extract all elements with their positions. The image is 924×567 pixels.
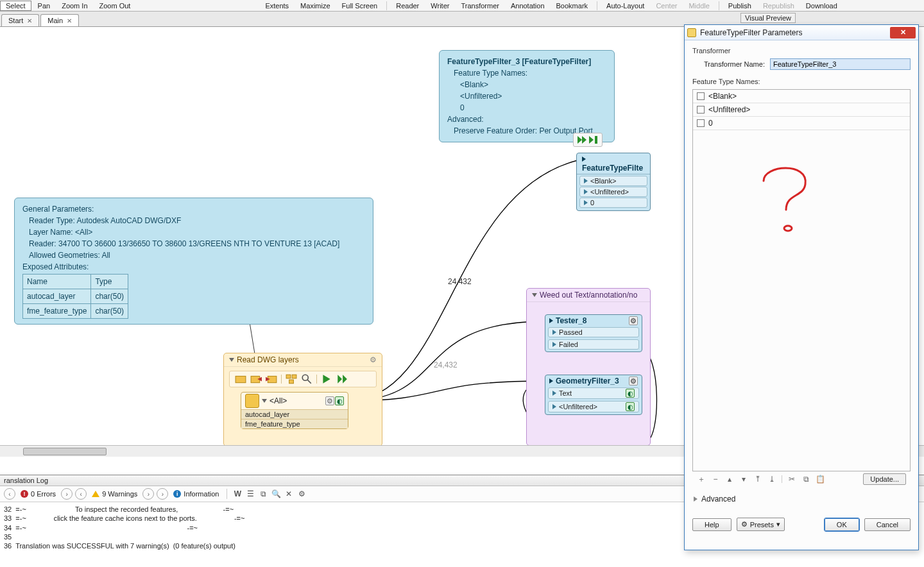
update-button[interactable]: Update... <box>863 473 906 485</box>
toolbar-publish[interactable]: Publish <box>723 1 757 10</box>
copy-icon[interactable]: ⧉ <box>801 475 810 484</box>
cut-icon[interactable]: ✂ <box>787 475 796 484</box>
svg-rect-11 <box>289 380 294 384</box>
log-next-info-icon[interactable]: › <box>157 488 168 500</box>
svg-rect-9 <box>286 375 291 378</box>
toolbar-extents[interactable]: Extents <box>260 1 294 10</box>
output-port-passed[interactable]: Passed <box>548 327 639 337</box>
node-gear-icon[interactable]: ⚙ <box>629 377 638 385</box>
move-down-icon[interactable]: ▾ <box>739 475 748 484</box>
tester-node[interactable]: Tester_8⚙ Passed Failed <box>545 314 642 352</box>
node-inspect-icon[interactable]: ◐ <box>335 396 344 405</box>
tab-close-icon[interactable]: ✕ <box>67 17 72 24</box>
folder-icon[interactable] <box>235 374 246 384</box>
featuretypefilter-node[interactable]: FeatureTypeFilte <Blank> <Unfiltered> 0 <box>576 153 651 211</box>
scrollbar-thumb[interactable] <box>23 448 107 455</box>
dialog-titlebar[interactable]: FeatureTypeFilter Parameters ✕ <box>685 25 918 40</box>
type-row[interactable]: <Unfiltered> <box>693 103 910 117</box>
run-from-here-icon[interactable] <box>576 135 586 145</box>
toolbar-writer[interactable]: Writer <box>425 1 454 10</box>
run-play-icon[interactable] <box>321 374 332 384</box>
dialog-close-button[interactable]: ✕ <box>890 27 916 38</box>
tab-main[interactable]: Main✕ <box>40 14 79 26</box>
paste-icon[interactable]: 📋 <box>816 475 825 484</box>
log-prev-warning-icon[interactable]: ‹ <box>75 488 87 500</box>
toolbar-download[interactable]: Download <box>801 1 843 10</box>
word-wrap-icon[interactable]: W <box>232 489 243 499</box>
errors-count[interactable]: !0 Errors <box>18 489 58 498</box>
presets-button[interactable]: ⚙Presets▾ <box>737 518 785 531</box>
toolbar-annotation[interactable]: Annotation <box>506 1 550 10</box>
toolbar-pan[interactable]: Pan <box>33 1 56 10</box>
run-stepped-icon[interactable] <box>336 374 348 384</box>
output-port-unfiltered[interactable]: <Unfiltered>◐ <box>548 401 639 412</box>
toolbar-select[interactable]: Select <box>0 1 31 11</box>
move-top-icon[interactable]: ⤒ <box>753 475 762 484</box>
output-port-text[interactable]: Text◐ <box>548 387 639 399</box>
help-button[interactable]: Help <box>692 518 732 531</box>
checkbox[interactable] <box>697 106 705 114</box>
expand-icon <box>549 378 553 384</box>
toolbar-transformer[interactable]: Transformer <box>456 1 504 10</box>
tab-close-icon[interactable]: ✕ <box>27 17 32 24</box>
node-inspect-icon[interactable]: ◐ <box>626 389 635 398</box>
reader-feature-type-node[interactable]: <All> ⚙◐ autocad_layer fme_feature_type <box>241 392 348 429</box>
log-next-error-icon[interactable]: › <box>61 488 73 500</box>
output-port-0[interactable]: 0 <box>579 198 647 208</box>
toolbar-auto-layout[interactable]: Auto-Layout <box>601 1 649 10</box>
tooltip-section-label: General Parameters: <box>22 203 365 215</box>
toolbar-zoom-in[interactable]: Zoom In <box>56 1 92 10</box>
info-toggle[interactable]: iInformation <box>171 489 221 498</box>
move-up-icon[interactable]: ▴ <box>725 475 734 484</box>
ok-button[interactable]: OK <box>825 518 859 531</box>
output-port-failed[interactable]: Failed <box>548 339 639 350</box>
dropdown-caret-icon: ▾ <box>776 520 780 529</box>
warnings-count[interactable]: 9 Warnings <box>89 489 140 498</box>
type-row[interactable]: 0 <box>693 117 910 130</box>
output-port-unfiltered[interactable]: <Unfiltered> <box>579 187 647 197</box>
feature-type-list[interactable]: <Blank> <Unfiltered> 0 ＋ − ▴ ▾ ⤒ ⤓ ✂ ⧉ 📋 <box>692 89 911 471</box>
clear-icon[interactable]: ✕ <box>284 489 294 499</box>
node-gear-icon[interactable]: ⚙ <box>629 316 638 325</box>
advanced-section-toggle[interactable]: Advanced <box>692 489 911 509</box>
log-prev-error-icon[interactable]: ‹ <box>4 488 15 500</box>
log-settings-icon[interactable]: ⚙ <box>296 489 307 499</box>
search-icon[interactable] <box>301 374 312 384</box>
reader-icon <box>245 394 259 408</box>
tab-start[interactable]: Start✕ <box>1 14 39 26</box>
bookmark-gear-icon[interactable]: ⚙ <box>370 355 377 364</box>
log-next-warning-icon[interactable]: › <box>142 488 154 500</box>
list-view-icon[interactable]: ☰ <box>245 489 255 499</box>
output-port-blank[interactable]: <Blank> <box>579 176 647 186</box>
bookmark-read-dwg-layers[interactable]: Read DWG layers⚙ <All> ⚙◐ autocad_layer … <box>223 353 382 446</box>
presets-label: Presets <box>750 521 774 529</box>
geometryfilter-node[interactable]: GeometryFilter_3⚙ Text◐ <Unfiltered>◐ <box>545 375 642 415</box>
copy-icon[interactable]: ⧉ <box>258 489 268 499</box>
node-inspect-icon[interactable]: ◐ <box>626 402 635 411</box>
checkbox[interactable] <box>697 119 705 127</box>
run-to-here-icon[interactable] <box>589 135 599 145</box>
toolbar-bookmark[interactable]: Bookmark <box>551 1 594 10</box>
stack-icon[interactable] <box>286 374 297 384</box>
folder-in-icon[interactable] <box>250 374 262 384</box>
transformer-name-input[interactable] <box>770 58 911 70</box>
bookmark-weed-out[interactable]: Weed out Text/annotation/no Tester_8⚙ Pa… <box>526 288 651 446</box>
port-triangle-icon <box>584 200 588 205</box>
expand-icon[interactable] <box>262 399 267 403</box>
add-row-icon[interactable]: ＋ <box>697 475 706 484</box>
toolbar-full-screen[interactable]: Full Screen <box>337 1 383 10</box>
folder-out-icon[interactable] <box>266 374 277 384</box>
toolbar-maximize[interactable]: Maximize <box>295 1 335 10</box>
toolbar-reader[interactable]: Reader <box>391 1 424 10</box>
remove-row-icon[interactable]: − <box>711 475 720 484</box>
type-row[interactable]: <Blank> <box>693 90 910 103</box>
bookmark-collapse-icon[interactable] <box>532 293 537 297</box>
cancel-button[interactable]: Cancel <box>864 518 911 531</box>
node-gear-icon[interactable]: ⚙ <box>325 396 334 405</box>
move-bottom-icon[interactable]: ⤓ <box>767 475 776 484</box>
bookmark-collapse-icon[interactable] <box>229 358 234 362</box>
log-search-icon[interactable]: 🔍 <box>271 489 281 499</box>
toolbar-zoom-out[interactable]: Zoom Out <box>94 1 136 10</box>
visual-preview-tab[interactable]: Visual Preview <box>740 13 796 23</box>
checkbox[interactable] <box>697 92 705 100</box>
